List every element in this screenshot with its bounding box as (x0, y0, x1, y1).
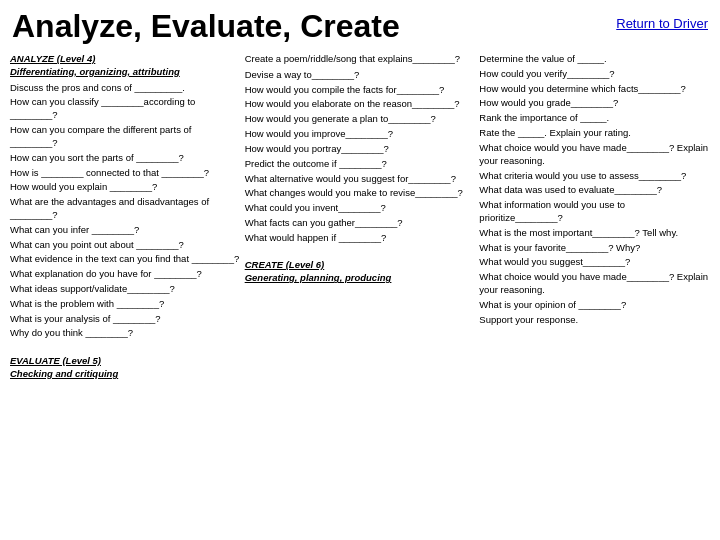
list-item: What choice would you have made________?… (479, 271, 710, 297)
list-item: Why do you think ________? (10, 327, 241, 340)
list-item: Devise a way to________? (245, 69, 476, 82)
analyze-column: ANALYZE (Level 4) Differentiating, organ… (10, 53, 241, 523)
list-item: How can you classify ________according t… (10, 96, 241, 122)
list-item: What is your favorite________? Why? (479, 242, 710, 255)
list-item: What is the most important________? Tell… (479, 227, 710, 240)
evaluate-first-item: Determine the value of _____. (479, 53, 710, 66)
list-item: What data was used to evaluate________? (479, 184, 710, 197)
list-item: How would you explain ________? (10, 181, 241, 194)
analyze-items: Discuss the pros and cons of _________.H… (10, 82, 241, 341)
list-item: What choice would you have made________?… (479, 142, 710, 168)
list-item: Rate the _____. Explain your rating. (479, 127, 710, 140)
list-item: How would you improve________? (245, 128, 476, 141)
list-item: What is your opinion of ________? (479, 299, 710, 312)
create-footer: CREATE (Level 6) Generating, planning, p… (245, 259, 476, 285)
list-item: Predict the outcome if ________? (245, 158, 476, 171)
list-item: How can you sort the parts of ________? (10, 152, 241, 165)
list-item: What criteria would you use to assess___… (479, 170, 710, 183)
create-prompt-title: Create a poem/riddle/song that explains_… (245, 53, 476, 66)
create-items: Devise a way to________?How would you co… (245, 69, 476, 245)
list-item: What can you infer ________? (10, 224, 241, 237)
list-item: What information would you use to priori… (479, 199, 710, 225)
eval-items: How could you verify________?How would y… (479, 68, 710, 327)
create-title: CREATE (Level 6) Generating, planning, p… (245, 259, 476, 285)
list-item: Support your response. (479, 314, 710, 327)
page-title: Analyze, Evaluate, Create (12, 8, 400, 45)
list-item: What facts can you gather________? (245, 217, 476, 230)
list-item: What could you invent________? (245, 202, 476, 215)
evaluate-footer: EVALUATE (Level 5) Checking and critiqui… (10, 355, 241, 381)
analyze-title: ANALYZE (Level 4) Differentiating, organ… (10, 53, 241, 79)
list-item: How is ________ connected to that ______… (10, 167, 241, 180)
list-item: What explanation do you have for _______… (10, 268, 241, 281)
return-link[interactable]: Return to Driver (616, 16, 708, 31)
list-item: What is the problem with ________? (10, 298, 241, 311)
list-item: How would you elaborate on the reason___… (245, 98, 476, 111)
list-item: How would you compile the facts for_____… (245, 84, 476, 97)
list-item: What ideas support/validate________? (10, 283, 241, 296)
list-item: What changes would you make to revise___… (245, 187, 476, 200)
list-item: What are the advantages and disadvantage… (10, 196, 241, 222)
list-item: What alternative would you suggest for__… (245, 173, 476, 186)
list-item: How would you portray________? (245, 143, 476, 156)
list-item: How could you verify________? (479, 68, 710, 81)
list-item: How can you compare the different parts … (10, 124, 241, 150)
list-item: What would you suggest________? (479, 256, 710, 269)
list-item: What can you point out about ________? (10, 239, 241, 252)
list-item: What would happen if ________? (245, 232, 476, 245)
list-item: Discuss the pros and cons of _________. (10, 82, 241, 95)
list-item: How would you determine which facts_____… (479, 83, 710, 96)
evaluate-column: Determine the value of _____. How could … (479, 53, 710, 523)
list-item: Rank the importance of _____. (479, 112, 710, 125)
list-item: What evidence in the text can you find t… (10, 253, 241, 266)
list-item: What is your analysis of ________? (10, 313, 241, 326)
list-item: How would you grade________? (479, 97, 710, 110)
create-prompts-column: Create a poem/riddle/song that explains_… (245, 53, 476, 523)
list-item: How would you generate a plan to________… (245, 113, 476, 126)
evaluate-title: EVALUATE (Level 5) Checking and critiqui… (10, 355, 241, 381)
